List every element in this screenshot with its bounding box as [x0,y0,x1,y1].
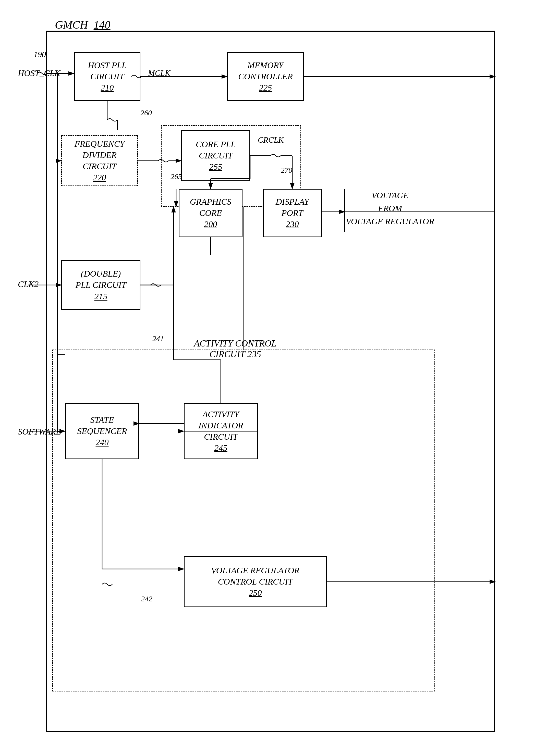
core-pll-box: CORE PLL CIRCUIT 255 [181,130,250,181]
ref-242: 242 [141,594,152,603]
crclk-label: CRCLK [258,135,284,145]
ref-190: 190 [34,50,46,59]
software-label: SOFTWARE [18,427,61,437]
ref-260: 260 [140,108,152,117]
gmch-title: GMCH 140 [55,18,110,31]
ref-270: 270 [281,166,292,175]
frequency-divider-box: FREQUENCY DIVIDER CIRCUIT 220 [61,135,138,186]
graphics-core-box: GRAPHICS CORE 200 [179,189,242,237]
display-port-box: DISPLAY PORT 230 [263,189,322,237]
mclk-label: MCLK [148,68,170,78]
diagram-container: GMCH 140 HOST_CLK 190 HOST PLL CIRCUIT 2… [15,10,526,745]
voltage-regulator-control-box: VOLTAGE REGULATOR CONTROL CIRCUIT 250 [184,556,327,607]
ref-241: 241 [152,334,164,343]
activity-control-dashed [52,350,435,691]
double-pll-box: (DOUBLE) PLL CIRCUIT 215 [61,260,140,310]
activity-indicator-box: ACTIVITY INDICATOR CIRCUIT 245 [184,403,258,459]
voltage-from-label: VOLTAGE FROM VOLTAGE REGULATOR [346,189,434,228]
ref-265: 265 [170,172,182,181]
host-pll-box: HOST PLL CIRCUIT 210 [74,52,140,101]
host-clk-label: HOST_CLK [18,68,60,78]
memory-controller-box: MEMORY CONTROLLER 225 [227,52,304,101]
clk2-label: CLK2 [18,279,39,289]
state-sequencer-box: STATE SEQUENCER 240 [65,403,139,459]
